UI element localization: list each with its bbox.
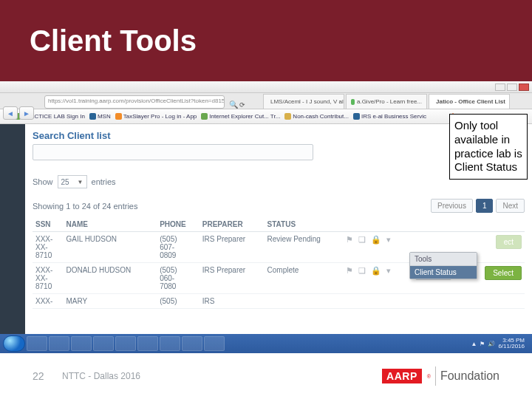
address-bar[interactable]: https://vol1.training.aarp.com/provision…: [44, 95, 225, 109]
taskbar-item[interactable]: [71, 336, 92, 351]
search-icon[interactable]: 🔍: [229, 100, 238, 109]
taskbar-item[interactable]: [93, 336, 114, 351]
show-suffix: entries: [92, 177, 116, 186]
taskbar-item[interactable]: [115, 336, 136, 351]
start-button[interactable]: [3, 335, 25, 352]
app-sidebar: [0, 124, 25, 334]
browser-tab[interactable]: LMS/Aceml - I J sound, V allies...: [263, 94, 344, 109]
clock-date: 6/11/2016: [498, 344, 525, 349]
taskbar-item[interactable]: [27, 336, 47, 351]
slide-title: Client Tools: [30, 24, 197, 58]
pager-prev-button[interactable]: Previous: [431, 199, 473, 213]
favorite-link[interactable]: Internet Explorer Cut... Tr...: [201, 113, 280, 120]
taskbar-item[interactable]: [49, 336, 69, 351]
taskbar-item[interactable]: [160, 336, 180, 351]
chevron-down-icon: ▼: [78, 179, 83, 185]
nav-back-button[interactable]: ◄: [3, 106, 18, 120]
slide-footer: 22 NTTC - Dallas 2016 AARP® Foundation: [0, 366, 532, 386]
tray-icon[interactable]: ▲: [471, 341, 477, 347]
taskbar-item[interactable]: [137, 336, 158, 351]
pager-current-page[interactable]: 1: [476, 199, 494, 213]
row-action-icons[interactable]: ⚑ ❏ 🔒 ▾: [343, 263, 412, 294]
system-tray[interactable]: ▲ ⚑ 🔊 3:45 PM 6/11/2016: [466, 338, 529, 349]
pagination: Previous 1 Next: [431, 199, 525, 213]
windows-taskbar: ▲ ⚑ 🔊 3:45 PM 6/11/2016: [0, 334, 532, 353]
select-button[interactable]: Select: [485, 266, 522, 280]
col-preparer[interactable]: PREPARER: [200, 217, 265, 232]
page-number: 22: [33, 370, 62, 382]
aarp-foundation-logo: AARP® Foundation: [382, 366, 499, 386]
window-controls: [0, 81, 532, 93]
search-input[interactable]: [33, 144, 313, 160]
browser-tab-row: ◄ ► https://vol1.training.aarp.com/provi…: [0, 93, 532, 109]
window-maximize-button[interactable]: [507, 83, 517, 91]
tools-dropdown-item-client-status[interactable]: Client Status: [410, 266, 477, 279]
source-label: NTTC - Dallas 2016: [62, 371, 140, 381]
tools-dropdown-menu: Tools Client Status: [409, 252, 477, 279]
result-count: Showing 1 to 24 of 24 entries: [33, 202, 137, 211]
tray-icon[interactable]: ⚑: [480, 341, 485, 347]
slide-annotation: Only tool available in practice lab is C…: [449, 114, 528, 180]
pager-next-button[interactable]: Next: [496, 199, 525, 213]
nav-forward-button[interactable]: ►: [19, 106, 34, 120]
aarp-badge: AARP: [382, 369, 422, 383]
taskbar-item[interactable]: [182, 336, 202, 351]
tray-icon[interactable]: 🔊: [488, 341, 495, 347]
window-close-button[interactable]: [519, 83, 529, 91]
table-row: XXX- MARY (505) IRS: [33, 294, 525, 309]
favorite-link[interactable]: TaxSlayer Pro - Log in - App: [115, 113, 197, 120]
foundation-text: Foundation: [440, 369, 499, 383]
browser-tab[interactable]: a.Give/Pro - Learn free...: [346, 94, 427, 109]
col-name[interactable]: NAME: [63, 217, 157, 232]
col-status[interactable]: STATUS: [265, 217, 343, 232]
col-ssn[interactable]: SSN: [33, 217, 63, 232]
refresh-icon[interactable]: ⟳: [239, 101, 245, 109]
slide-title-bar: Client Tools: [0, 0, 532, 81]
col-phone[interactable]: PHONE: [157, 217, 200, 232]
taskbar-item[interactable]: [204, 336, 225, 351]
select-button[interactable]: ect: [496, 235, 522, 249]
favorite-link[interactable]: Non-cash Contribut...: [284, 113, 349, 120]
favorite-link[interactable]: IRS e-al Business Servic: [353, 113, 426, 120]
window-minimize-button[interactable]: [495, 83, 505, 91]
tools-dropdown-header: Tools: [410, 253, 477, 266]
entries-select[interactable]: 25▼: [58, 175, 87, 188]
favorite-link[interactable]: MSN: [89, 113, 111, 120]
browser-tab-active[interactable]: Jatico - Office Client List: [429, 94, 510, 109]
row-action-icons[interactable]: ⚑ ❏ 🔒 ▾: [343, 232, 412, 263]
show-prefix: Show: [33, 177, 53, 186]
